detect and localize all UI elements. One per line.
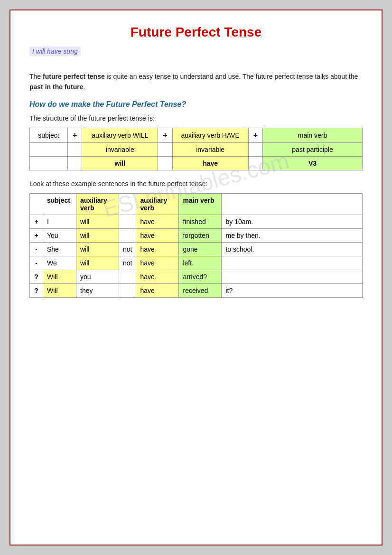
- extra-5: [222, 270, 363, 283]
- aux2-3: have: [136, 242, 179, 256]
- examples-table: subject auxiliary verb auxiliary verb ma…: [29, 193, 363, 298]
- st-invariable2: invariable: [172, 142, 248, 156]
- main-4: left.: [179, 256, 222, 270]
- sign-3: -: [30, 242, 43, 256]
- st-invariable1: invariable: [82, 142, 158, 156]
- aux1-2: will: [76, 228, 119, 242]
- table-row: - We will not have left.: [30, 256, 363, 270]
- sign-2: +: [30, 228, 43, 242]
- th-aux-verb1: auxiliary verb: [76, 193, 119, 215]
- th-main-verb: main verb: [179, 193, 222, 215]
- subject-5: Will: [43, 270, 76, 283]
- st-empty6: [68, 156, 82, 170]
- main-2: forgotten: [179, 228, 222, 242]
- not-1: [119, 215, 136, 228]
- intro-paragraph: The future perfect tense is quite an eas…: [29, 71, 363, 93]
- main-6: received: [179, 283, 222, 297]
- subject-6: Will: [43, 283, 76, 297]
- st-plus2: +: [158, 128, 172, 142]
- th-sign: [30, 193, 43, 215]
- aux1-4: will: [76, 256, 119, 270]
- sign-5: ?: [30, 270, 43, 283]
- st-will: will: [82, 156, 158, 170]
- extra-4: [222, 256, 363, 270]
- aux1-1: will: [76, 215, 119, 228]
- table-row: + You will have forgotten me by then.: [30, 228, 363, 242]
- aux1-5: you: [76, 270, 119, 283]
- subject-4: We: [43, 256, 76, 270]
- st-empty8: [248, 156, 262, 170]
- st-empty7: [158, 156, 172, 170]
- extra-6: it?: [222, 283, 363, 297]
- aux1-3: will: [76, 242, 119, 256]
- aux2-5: have: [136, 270, 179, 283]
- subject-3: She: [43, 242, 76, 256]
- st-subject: subject: [30, 128, 68, 142]
- not-4: not: [119, 256, 136, 270]
- table-row: ? Will they have received it?: [30, 283, 363, 297]
- st-plus3: +: [248, 128, 262, 142]
- aux2-2: have: [136, 228, 179, 242]
- aux2-4: have: [136, 256, 179, 270]
- aux2-6: have: [136, 283, 179, 297]
- sign-4: -: [30, 256, 43, 270]
- st-main-verb: main verb: [263, 128, 363, 142]
- page: ESLprintables.com Future Perfect Tense I…: [9, 9, 383, 546]
- main-5: arrived?: [179, 270, 222, 283]
- subject-2: You: [43, 228, 76, 242]
- extra-2: me by then.: [222, 228, 363, 242]
- bold-future-perfect: future perfect tense: [43, 73, 105, 80]
- th-empty: [119, 193, 136, 215]
- sign-1: +: [30, 215, 43, 228]
- structure-table: subject + auxiliary verb WILL + auxiliar…: [29, 128, 363, 170]
- not-6: [119, 283, 136, 297]
- aux2-1: have: [136, 215, 179, 228]
- extra-1: by 10am.: [222, 215, 363, 228]
- st-v3: V3: [263, 156, 363, 170]
- subject-1: I: [43, 215, 76, 228]
- st-have: have: [172, 156, 248, 170]
- th-subject: subject: [43, 193, 76, 215]
- examples-intro-text: Look at these example sentences in the f…: [29, 180, 363, 188]
- table-row: ? Will you have arrived?: [30, 270, 363, 283]
- section-question: How do we make the Future Perfect Tense?: [29, 100, 363, 109]
- st-empty4: [248, 142, 262, 156]
- th-extra: [222, 193, 363, 215]
- st-empty1: [30, 142, 68, 156]
- not-3: not: [119, 242, 136, 256]
- main-3: gone: [179, 242, 222, 256]
- page-title: Future Perfect Tense: [29, 25, 363, 40]
- th-aux-verb2: auxiliary verb: [136, 193, 179, 215]
- aux1-6: they: [76, 283, 119, 297]
- not-5: [119, 270, 136, 283]
- st-aux-will: auxiliary verb WILL: [82, 128, 158, 142]
- st-past-participle: past participle: [263, 142, 363, 156]
- st-empty2: [68, 142, 82, 156]
- st-empty5: [30, 156, 68, 170]
- table-row: - She will not have gone to school.: [30, 242, 363, 256]
- sign-6: ?: [30, 283, 43, 297]
- st-aux-have: auxiliary verb HAVE: [172, 128, 248, 142]
- st-plus1: +: [68, 128, 82, 142]
- main-1: finished: [179, 215, 222, 228]
- extra-3: to school.: [222, 242, 363, 256]
- bold-past-future: past in the future: [29, 83, 84, 91]
- structure-intro-text: The structure of the future perfect tens…: [29, 114, 363, 122]
- example-sentence: I will have sung: [29, 47, 81, 56]
- table-row: + I will have finished by 10am.: [30, 215, 363, 228]
- st-empty3: [158, 142, 172, 156]
- not-2: [119, 228, 136, 242]
